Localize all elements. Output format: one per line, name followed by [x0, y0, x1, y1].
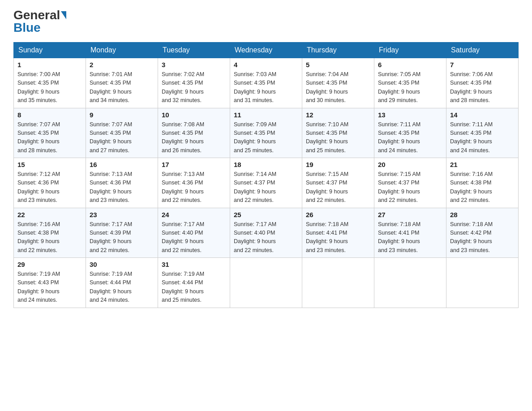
column-header-wednesday: Wednesday [230, 43, 302, 58]
calendar-week-row: 8 Sunrise: 7:07 AMSunset: 4:35 PMDayligh… [14, 108, 519, 158]
calendar-cell: 19 Sunrise: 7:15 AMSunset: 4:37 PMDaylig… [302, 158, 374, 208]
day-number: 9 [90, 111, 154, 119]
day-number: 25 [234, 211, 298, 218]
day-number: 10 [162, 111, 226, 119]
day-number: 5 [306, 61, 370, 68]
day-number: 29 [17, 261, 82, 268]
day-number: 26 [306, 211, 370, 218]
day-info: Sunrise: 7:17 AMSunset: 4:39 PMDaylight:… [90, 220, 154, 255]
column-header-sunday: Sunday [14, 43, 86, 58]
calendar-cell: 2 Sunrise: 7:01 AMSunset: 4:35 PMDayligh… [86, 58, 158, 108]
day-number: 23 [90, 211, 154, 218]
day-info: Sunrise: 7:11 AMSunset: 4:35 PMDaylight:… [450, 120, 515, 155]
calendar-cell: 16 Sunrise: 7:13 AMSunset: 4:36 PMDaylig… [86, 158, 158, 208]
calendar-cell [302, 258, 374, 308]
day-info: Sunrise: 7:18 AMSunset: 4:41 PMDaylight:… [306, 220, 370, 255]
day-number: 14 [450, 111, 515, 119]
day-number: 22 [17, 211, 82, 218]
day-info: Sunrise: 7:13 AMSunset: 4:36 PMDaylight:… [162, 170, 226, 205]
day-info: Sunrise: 7:16 AMSunset: 4:38 PMDaylight:… [450, 170, 515, 205]
calendar-cell [446, 258, 519, 308]
calendar-cell: 22 Sunrise: 7:16 AMSunset: 4:38 PMDaylig… [14, 208, 86, 258]
day-number: 16 [90, 161, 154, 168]
day-number: 30 [90, 261, 154, 268]
day-info: Sunrise: 7:09 AMSunset: 4:35 PMDaylight:… [234, 120, 298, 155]
calendar-cell: 17 Sunrise: 7:13 AMSunset: 4:36 PMDaylig… [158, 158, 230, 208]
calendar-cell: 31 Sunrise: 7:19 AMSunset: 4:44 PMDaylig… [158, 258, 230, 308]
day-number: 19 [306, 161, 370, 168]
logo-general-text: General [13, 9, 66, 21]
calendar-cell: 12 Sunrise: 7:10 AMSunset: 4:35 PMDaylig… [302, 108, 374, 158]
day-number: 11 [234, 111, 298, 119]
logo: General Blue [13, 9, 66, 34]
calendar-cell: 27 Sunrise: 7:18 AMSunset: 4:41 PMDaylig… [374, 208, 446, 258]
logo-blue-text: Blue [13, 21, 41, 34]
day-info: Sunrise: 7:15 AMSunset: 4:37 PMDaylight:… [378, 170, 442, 205]
page-header: General Blue [13, 9, 519, 34]
day-info: Sunrise: 7:17 AMSunset: 4:40 PMDaylight:… [162, 220, 226, 255]
day-info: Sunrise: 7:00 AMSunset: 4:35 PMDaylight:… [17, 70, 82, 105]
day-info: Sunrise: 7:05 AMSunset: 4:35 PMDaylight:… [378, 70, 442, 105]
day-number: 18 [234, 161, 298, 168]
day-info: Sunrise: 7:08 AMSunset: 4:35 PMDaylight:… [162, 120, 226, 155]
day-number: 12 [306, 111, 370, 119]
calendar-cell: 9 Sunrise: 7:07 AMSunset: 4:35 PMDayligh… [86, 108, 158, 158]
calendar-cell: 23 Sunrise: 7:17 AMSunset: 4:39 PMDaylig… [86, 208, 158, 258]
day-number: 7 [450, 61, 515, 68]
calendar-week-row: 22 Sunrise: 7:16 AMSunset: 4:38 PMDaylig… [14, 208, 519, 258]
calendar-cell: 26 Sunrise: 7:18 AMSunset: 4:41 PMDaylig… [302, 208, 374, 258]
calendar-cell: 5 Sunrise: 7:04 AMSunset: 4:35 PMDayligh… [302, 58, 374, 108]
calendar-table: SundayMondayTuesdayWednesdayThursdayFrid… [13, 42, 519, 308]
calendar-cell: 20 Sunrise: 7:15 AMSunset: 4:37 PMDaylig… [374, 158, 446, 208]
calendar-cell: 21 Sunrise: 7:16 AMSunset: 4:38 PMDaylig… [446, 158, 519, 208]
day-info: Sunrise: 7:17 AMSunset: 4:40 PMDaylight:… [234, 220, 298, 255]
day-number: 8 [17, 111, 82, 119]
calendar-cell: 10 Sunrise: 7:08 AMSunset: 4:35 PMDaylig… [158, 108, 230, 158]
calendar-cell: 13 Sunrise: 7:11 AMSunset: 4:35 PMDaylig… [374, 108, 446, 158]
logo-triangle-icon [61, 11, 66, 19]
day-number: 4 [234, 61, 298, 68]
day-number: 13 [378, 111, 442, 119]
calendar-cell [374, 258, 446, 308]
calendar-cell: 28 Sunrise: 7:18 AMSunset: 4:42 PMDaylig… [446, 208, 519, 258]
day-info: Sunrise: 7:07 AMSunset: 4:35 PMDaylight:… [17, 120, 82, 155]
day-info: Sunrise: 7:02 AMSunset: 4:35 PMDaylight:… [162, 70, 226, 105]
calendar-week-row: 29 Sunrise: 7:19 AMSunset: 4:43 PMDaylig… [14, 258, 519, 308]
day-number: 1 [17, 61, 82, 68]
day-number: 20 [378, 161, 442, 168]
calendar-cell: 4 Sunrise: 7:03 AMSunset: 4:35 PMDayligh… [230, 58, 302, 108]
day-number: 24 [162, 211, 226, 218]
day-info: Sunrise: 7:18 AMSunset: 4:41 PMDaylight:… [378, 220, 442, 255]
day-number: 15 [17, 161, 82, 168]
calendar-cell: 30 Sunrise: 7:19 AMSunset: 4:44 PMDaylig… [86, 258, 158, 308]
day-info: Sunrise: 7:16 AMSunset: 4:38 PMDaylight:… [17, 220, 82, 255]
calendar-cell: 25 Sunrise: 7:17 AMSunset: 4:40 PMDaylig… [230, 208, 302, 258]
calendar-cell [230, 258, 302, 308]
day-number: 6 [378, 61, 442, 68]
calendar-cell: 8 Sunrise: 7:07 AMSunset: 4:35 PMDayligh… [14, 108, 86, 158]
day-info: Sunrise: 7:03 AMSunset: 4:35 PMDaylight:… [234, 70, 298, 105]
day-info: Sunrise: 7:12 AMSunset: 4:36 PMDaylight:… [17, 170, 82, 205]
day-info: Sunrise: 7:19 AMSunset: 4:43 PMDaylight:… [17, 270, 82, 305]
day-number: 2 [90, 61, 154, 68]
calendar-cell: 14 Sunrise: 7:11 AMSunset: 4:35 PMDaylig… [446, 108, 519, 158]
day-info: Sunrise: 7:13 AMSunset: 4:36 PMDaylight:… [90, 170, 154, 205]
column-header-friday: Friday [374, 43, 446, 58]
day-info: Sunrise: 7:06 AMSunset: 4:35 PMDaylight:… [450, 70, 515, 105]
calendar-cell: 29 Sunrise: 7:19 AMSunset: 4:43 PMDaylig… [14, 258, 86, 308]
day-number: 28 [450, 211, 515, 218]
day-number: 27 [378, 211, 442, 218]
day-number: 3 [162, 61, 226, 68]
column-header-monday: Monday [86, 43, 158, 58]
calendar-cell: 6 Sunrise: 7:05 AMSunset: 4:35 PMDayligh… [374, 58, 446, 108]
calendar-cell: 1 Sunrise: 7:00 AMSunset: 4:35 PMDayligh… [14, 58, 86, 108]
calendar-cell: 7 Sunrise: 7:06 AMSunset: 4:35 PMDayligh… [446, 58, 519, 108]
day-info: Sunrise: 7:10 AMSunset: 4:35 PMDaylight:… [306, 120, 370, 155]
day-number: 31 [162, 261, 226, 268]
calendar-cell: 3 Sunrise: 7:02 AMSunset: 4:35 PMDayligh… [158, 58, 230, 108]
day-info: Sunrise: 7:15 AMSunset: 4:37 PMDaylight:… [306, 170, 370, 205]
calendar-cell: 11 Sunrise: 7:09 AMSunset: 4:35 PMDaylig… [230, 108, 302, 158]
day-info: Sunrise: 7:01 AMSunset: 4:35 PMDaylight:… [90, 70, 154, 105]
day-info: Sunrise: 7:11 AMSunset: 4:35 PMDaylight:… [378, 120, 442, 155]
column-header-thursday: Thursday [302, 43, 374, 58]
